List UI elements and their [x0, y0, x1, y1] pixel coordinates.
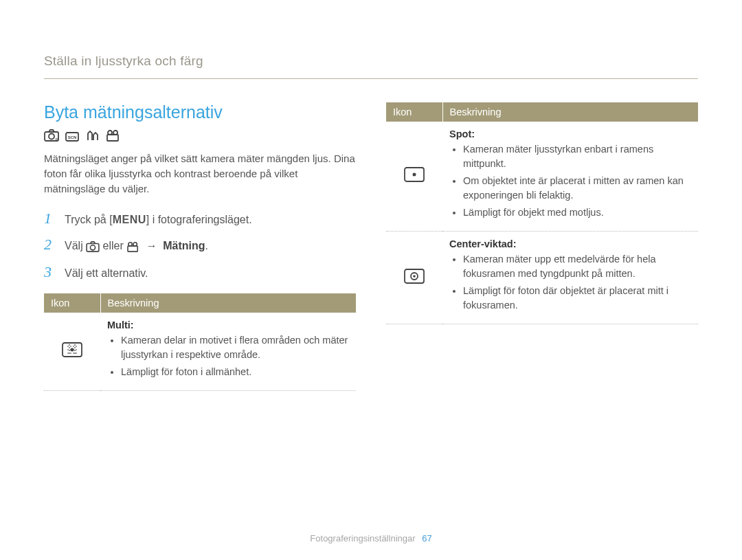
list-item: Kameran mäter upp ett medelvärde för hel… — [463, 252, 691, 281]
multi-title: Multi: — [107, 320, 349, 331]
svg-rect-7 — [107, 135, 118, 141]
page-title: Byta mätningsalternativ — [44, 102, 356, 122]
breadcrumb: Ställa in ljusstyrka och färg — [44, 54, 698, 79]
step-2-suffix: . — [205, 240, 208, 251]
left-column: Byta mätningsalternativ P SCN — [44, 102, 356, 391]
metering-spot-icon — [404, 173, 425, 184]
th-desc-r: Beskrivning — [442, 102, 698, 122]
camera-small-icon — [86, 241, 100, 255]
scn-icon: SCN — [65, 129, 80, 142]
list-item: Lämpligt för objekt med motljus. — [463, 205, 691, 220]
step-3: Välj ett alternativ. — [44, 263, 356, 281]
center-points: Kameran mäter upp ett medelvärde för hel… — [463, 252, 691, 313]
svg-rect-12 — [128, 246, 137, 251]
spot-points: Kameran mäter ljusstyrkan enbart i ramen… — [463, 142, 691, 220]
right-column: Ikon Beskrivning — [386, 102, 698, 324]
metering-multi-icon — [62, 348, 82, 359]
dual-mode-icon — [85, 129, 100, 142]
content-columns: Byta mätningsalternativ P SCN — [44, 102, 698, 391]
metering-table-right: Ikon Beskrivning — [386, 102, 698, 324]
th-icon-r: Ikon — [386, 102, 442, 122]
step-2-prefix: Välj — [65, 240, 86, 251]
svg-point-1 — [49, 134, 54, 139]
list-item: Kameran delar in motivet i flera områden… — [121, 333, 349, 362]
th-icon: Ikon — [44, 293, 100, 313]
spot-title: Spot: — [449, 128, 691, 139]
th-desc: Beskrivning — [100, 293, 356, 313]
metering-table-left: Ikon Beskrivning — [44, 293, 356, 391]
camera-p-icon: P — [44, 129, 59, 142]
footer-page-number: 67 — [422, 533, 431, 544]
step-1-prefix: Tryck på [ — [65, 214, 113, 225]
svg-point-16 — [413, 173, 416, 177]
mode-icons-row: P SCN — [44, 129, 356, 142]
footer-section: Fotograferingsinställningar — [310, 533, 415, 544]
row-multi: Multi: Kameran delar in motivet i flera … — [44, 313, 356, 391]
step-3-text: Välj ett alternativ. — [65, 267, 148, 280]
step-2: Välj eller — [44, 236, 356, 255]
svg-text:SCN: SCN — [68, 135, 77, 139]
svg-point-14 — [71, 348, 74, 352]
metering-center-icon — [404, 275, 425, 286]
list-item: Lämpligt för foton där objektet är place… — [463, 284, 691, 313]
page-footer: Fotograferingsinställningar 67 — [0, 533, 742, 544]
video-mode-icon — [106, 129, 121, 142]
step-2-label: Mätning — [163, 240, 205, 251]
step-1-suffix: ] i fotograferingsläget. — [146, 214, 252, 225]
svg-point-19 — [413, 275, 416, 278]
step-2-mid: eller — [103, 240, 127, 251]
row-center: Center-viktad: Kameran mäter upp ett med… — [386, 232, 698, 324]
steps-list: Tryck på [MENU] i fotograferingsläget. V… — [44, 210, 356, 281]
intro-text: Mätningsläget anger på vilket sätt kamer… — [44, 151, 356, 196]
manual-page: Ställa in ljusstyrka och färg Byta mätni… — [0, 0, 742, 560]
multi-points: Kameran delar in motivet i flera områden… — [121, 333, 349, 379]
list-item: Lämpligt för foton i allmänhet. — [121, 365, 349, 379]
svg-point-9 — [91, 245, 95, 250]
list-item: Om objektet inte är placerat i mitten av… — [463, 174, 691, 203]
video-small-icon — [126, 241, 140, 255]
menu-label: MENU — [113, 214, 146, 225]
svg-text:P: P — [56, 137, 58, 142]
row-spot: Spot: Kameran mäter ljusstyrkan enbart i… — [386, 122, 698, 232]
center-title: Center-viktad: — [449, 238, 691, 249]
step-1: Tryck på [MENU] i fotograferingsläget. — [44, 210, 356, 227]
list-item: Kameran mäter ljusstyrkan enbart i ramen… — [463, 142, 691, 171]
arrow-right-icon: → — [144, 240, 160, 251]
